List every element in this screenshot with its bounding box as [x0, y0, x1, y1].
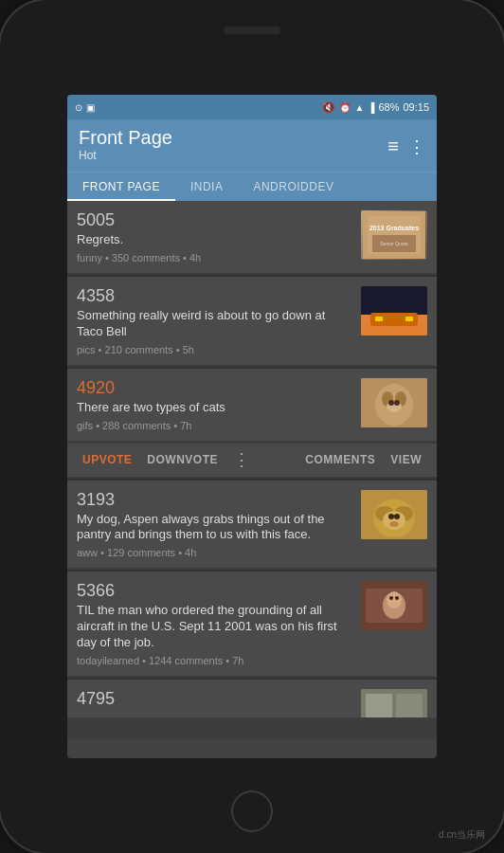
time-label: 09:15	[403, 101, 429, 113]
post-title-5: TIL the man who ordered the grounding of…	[77, 603, 353, 651]
watermark: d.cn当乐网	[439, 828, 485, 842]
app-title-area: Front Page Hot	[79, 127, 172, 166]
more-button[interactable]: ⋮	[225, 444, 258, 476]
svg-rect-9	[405, 317, 413, 321]
post-score-3: 4920	[77, 378, 353, 398]
app-subtitle: Hot	[79, 149, 172, 162]
post-item-5[interactable]: 5366 TIL the man who ordered the groundi…	[67, 572, 437, 676]
svg-rect-32	[366, 694, 392, 717]
svg-text:Senior Quote: Senior Quote	[380, 241, 408, 246]
post-score-1: 5005	[77, 210, 353, 230]
status-left-icons: ⊙ ▣	[75, 102, 95, 113]
posts-list: 5005 Regrets. funny • 350 comments • 4h …	[67, 201, 437, 739]
post-thumb-4	[361, 490, 427, 539]
location-icon: ⊙	[75, 102, 82, 113]
app-bar-icons: ≡ ⋮	[387, 136, 425, 157]
svg-rect-33	[396, 694, 423, 717]
tab-androiddev[interactable]: ANDROIDDEV	[238, 172, 349, 201]
post-meta-1: funny • 350 comments • 4h	[77, 252, 353, 263]
svg-point-22	[388, 514, 394, 519]
post-item[interactable]: 5005 Regrets. funny • 350 comments • 4h …	[67, 201, 437, 273]
svg-point-16	[394, 400, 400, 406]
app-title: Front Page	[79, 127, 172, 149]
post-title-1: Regrets.	[77, 232, 353, 248]
action-bar: UPVOTE DOWNVOTE ⋮ COMMENTS VIEW	[67, 443, 437, 479]
post-score-4: 3193	[77, 490, 353, 510]
thumb-cat-img	[361, 378, 427, 427]
filter-icon[interactable]: ≡	[387, 136, 397, 157]
post-score-6: 4795	[77, 689, 353, 709]
svg-text:2013 Graduates: 2013 Graduates	[369, 225, 419, 231]
post-score-5: 5366	[77, 581, 353, 601]
svg-point-30	[395, 596, 399, 600]
upvote-button[interactable]: UPVOTE	[75, 447, 139, 472]
app-bar: Front Page Hot ≡ ⋮	[67, 119, 437, 172]
tabs-bar: FRONT PAGE INDIA ANDROIDDEV	[67, 172, 437, 201]
svg-point-24	[389, 521, 399, 527]
post-title-2: Something really weird is about to go do…	[77, 308, 353, 340]
post-meta-3: gifs • 288 comments • 7h	[77, 420, 353, 431]
phone-screen: ⊙ ▣ 🔇 ⏰ ▲ ▐ 68% 09:15 Front Page Hot ≡	[67, 95, 437, 758]
phone-frame: ⊙ ▣ 🔇 ⏰ ▲ ▐ 68% 09:15 Front Page Hot ≡	[0, 0, 504, 853]
svg-point-23	[394, 514, 400, 519]
view-button[interactable]: VIEW	[383, 447, 429, 472]
post-text-5: 5366 TIL the man who ordered the groundi…	[77, 581, 353, 666]
post-text-3: 4920 There are two types of cats gifs • …	[77, 378, 353, 431]
post-meta-5: todayilearned • 1244 comments • 7h	[77, 655, 353, 666]
svg-rect-5	[361, 286, 427, 315]
post-item-4[interactable]: 3193 My dog, Aspen always grabs things o…	[67, 481, 437, 569]
comments-button[interactable]: COMMENTS	[297, 447, 383, 472]
downvote-button[interactable]: DOWNVOTE	[139, 447, 225, 472]
thumb-car-img	[361, 286, 427, 336]
post-text-1: 5005 Regrets. funny • 350 comments • 4h	[77, 210, 353, 263]
status-bar: ⊙ ▣ 🔇 ⏰ ▲ ▐ 68% 09:15	[67, 95, 437, 119]
post-thumb-2	[361, 286, 427, 336]
post-item-2[interactable]: 4358 Something really weird is about to …	[67, 277, 437, 365]
thumb-movie-img	[361, 581, 427, 630]
svg-rect-8	[375, 317, 383, 321]
status-right: 🔇 ⏰ ▲ ▐ 68% 09:15	[322, 101, 429, 114]
post-item-3[interactable]: 4920 There are two types of cats gifs • …	[67, 369, 437, 441]
battery-label: 68%	[378, 101, 399, 113]
mute-icon: 🔇	[322, 101, 335, 114]
thumb-graduation-img: 2013 Graduates Senior Quote	[361, 210, 427, 260]
app-bar-top: Front Page Hot ≡ ⋮	[79, 127, 425, 166]
signal-icon: ▐	[368, 102, 374, 113]
post-text-4: 3193 My dog, Aspen always grabs things o…	[77, 490, 353, 559]
image-icon: ▣	[86, 102, 95, 113]
post-title-3: There are two types of cats	[77, 400, 353, 416]
post-thumb-6	[361, 689, 427, 717]
tab-india[interactable]: INDIA	[175, 172, 239, 201]
post-item-6[interactable]: 4795	[67, 680, 437, 717]
post-meta-4: aww • 129 comments • 4h	[77, 547, 353, 558]
wifi-icon: ▲	[354, 102, 364, 113]
thumb-dog-img	[361, 490, 427, 539]
svg-point-29	[389, 596, 393, 600]
post-thumb-5	[361, 581, 427, 630]
alarm-icon: ⏰	[339, 102, 351, 113]
tab-front-page[interactable]: FRONT PAGE	[67, 172, 175, 201]
post-text-2: 4358 Something really weird is about to …	[77, 286, 353, 355]
post-thumb-1: 2013 Graduates Senior Quote	[361, 210, 427, 260]
post-meta-2: pics • 210 comments • 5h	[77, 344, 353, 355]
post-text-6: 4795	[77, 689, 353, 708]
more-icon[interactable]: ⋮	[408, 136, 425, 157]
post-score-2: 4358	[77, 286, 353, 306]
svg-point-15	[388, 400, 394, 406]
post-title-4: My dog, Aspen always grabs things out of…	[77, 512, 353, 544]
svg-point-28	[387, 591, 402, 608]
post-thumb-3	[361, 378, 427, 427]
